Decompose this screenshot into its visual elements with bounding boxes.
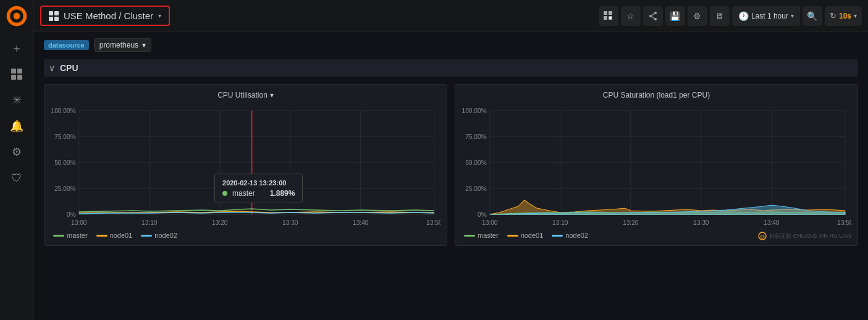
shield-icon[interactable]: 🛡 xyxy=(6,167,28,189)
svg-rect-9 xyxy=(11,75,16,80)
svg-line-21 xyxy=(652,17,654,19)
svg-text:0%: 0% xyxy=(67,211,76,218)
dashboard-icon[interactable] xyxy=(6,63,28,85)
cpu-section-title: CPU xyxy=(60,63,78,73)
cpu-saturation-chart: 100.00% 75.00% 50.00% 25.00% 0% 13:00 13… xyxy=(461,104,851,228)
title-caret: ▾ xyxy=(158,12,161,19)
legend-node01: node01 xyxy=(96,232,133,239)
refresh-button[interactable]: ↻ 10s ▾ xyxy=(825,6,862,26)
sat-legend-node02-color xyxy=(552,235,563,237)
sat-legend-node01-color xyxy=(507,235,518,237)
svg-text:100.00%: 100.00% xyxy=(51,107,76,114)
svg-text:75.00%: 75.00% xyxy=(465,133,487,140)
sat-legend-master-color xyxy=(464,235,475,237)
add-icon[interactable]: ＋ xyxy=(6,37,28,59)
explore-icon[interactable]: ✳ xyxy=(6,89,28,111)
refresh-caret: ▾ xyxy=(854,12,857,19)
svg-rect-10 xyxy=(17,75,22,80)
svg-rect-13 xyxy=(604,16,607,20)
time-range-picker[interactable]: 🕐 Last 1 hour ▾ xyxy=(732,6,800,26)
utilisation-title-caret[interactable]: ▾ xyxy=(270,91,274,99)
sat-legend-master-label: master xyxy=(478,232,499,239)
svg-text:75.00%: 75.00% xyxy=(54,133,76,140)
sat-legend-node02: node02 xyxy=(552,232,588,239)
saturation-svg: 100.00% 75.00% 50.00% 25.00% 0% 13:00 13… xyxy=(461,104,851,228)
tv-mode-button[interactable]: 🖥 xyxy=(710,6,730,26)
add-panel-button[interactable] xyxy=(599,6,618,26)
svg-text:13:10: 13:10 xyxy=(141,219,158,226)
cpu-saturation-title: CPU Saturation (load1 per CPU) xyxy=(461,91,851,99)
main-content: USE Method / Cluster ▾ ☆ xyxy=(34,0,868,320)
svg-text:13:50: 13:50 xyxy=(426,219,440,226)
svg-point-19 xyxy=(654,18,657,20)
cpu-utilisation-panel: CPU Utilisation ▾ xyxy=(44,84,447,246)
clock-icon: 🕐 xyxy=(738,11,749,21)
svg-text:0%: 0% xyxy=(478,211,487,218)
dashboard-title: USE Method / Cluster xyxy=(64,11,153,21)
watermark-text: 创新互联 CHUANG XIN HU LIAN xyxy=(769,232,851,240)
svg-text:13:20: 13:20 xyxy=(623,219,639,226)
cpu-utilisation-title: CPU Utilisation ▾ xyxy=(51,91,440,99)
svg-text:13:10: 13:10 xyxy=(552,219,568,226)
legend-node02-label: node02 xyxy=(154,232,177,239)
refresh-interval: 10s xyxy=(839,12,851,20)
svg-text:13:00: 13:00 xyxy=(71,219,87,226)
datasource-row: datasource prometheus ▾ xyxy=(44,38,858,52)
datasource-selector[interactable]: prometheus ▾ xyxy=(94,38,151,52)
datasource-value: prometheus xyxy=(99,41,138,49)
datasource-label: datasource xyxy=(44,40,89,50)
svg-text:25.00%: 25.00% xyxy=(465,185,487,192)
svg-text:13:20: 13:20 xyxy=(212,219,228,226)
topbar-actions: ☆ 💾 ⚙ 🖥 🕐 Last 1 hour ▾ 🔍 xyxy=(599,6,862,26)
svg-point-18 xyxy=(649,15,652,17)
sat-legend-node01-label: node01 xyxy=(521,232,544,239)
legend-node02: node02 xyxy=(141,232,177,239)
grafana-logo[interactable] xyxy=(6,5,28,27)
utilisation-legend: master node01 node02 xyxy=(51,232,440,239)
svg-text:13:00: 13:00 xyxy=(482,219,498,226)
svg-text:100.00%: 100.00% xyxy=(462,107,487,114)
svg-point-2 xyxy=(14,13,20,20)
zoom-button[interactable]: 🔍 xyxy=(803,6,822,26)
legend-node02-color xyxy=(141,235,152,237)
charts-grid: CPU Utilisation ▾ xyxy=(44,84,858,246)
svg-text:13:40: 13:40 xyxy=(764,219,780,226)
sidebar: ＋ ✳ 🔔 ⚙ 🛡 xyxy=(0,0,34,320)
content-area: datasource prometheus ▾ ∨ CPU CPU Utilis… xyxy=(34,32,868,320)
utilisation-svg: 100.00% 75.00% 50.00% 25.00% 0% 13:00 13… xyxy=(51,104,440,228)
cpu-section-header[interactable]: ∨ CPU xyxy=(44,59,858,77)
watermark: 创 创新互联 CHUANG XIN HU LIAN xyxy=(758,232,851,240)
svg-text:50.00%: 50.00% xyxy=(54,159,76,166)
cpu-utilisation-chart: 100.00% 75.00% 50.00% 25.00% 0% 13:00 13… xyxy=(51,104,440,228)
legend-master: master xyxy=(53,232,88,239)
settings-button[interactable]: ⚙ xyxy=(688,6,707,26)
sat-legend-node01: node01 xyxy=(507,232,544,239)
svg-text:50.00%: 50.00% xyxy=(465,159,487,166)
legend-master-color xyxy=(53,235,64,237)
legend-node01-label: node01 xyxy=(110,232,133,239)
cpu-saturation-panel: CPU Saturation (load1 per CPU) xyxy=(455,84,858,246)
sat-legend-node02-label: node02 xyxy=(565,232,588,239)
settings-icon[interactable]: ⚙ xyxy=(6,141,28,163)
svg-text:13:40: 13:40 xyxy=(353,219,369,226)
svg-rect-11 xyxy=(604,11,607,15)
legend-node01-color xyxy=(96,235,107,237)
svg-rect-7 xyxy=(11,69,16,74)
svg-rect-12 xyxy=(609,11,612,15)
svg-text:13:30: 13:30 xyxy=(693,219,709,226)
star-button[interactable]: ☆ xyxy=(621,6,641,26)
save-button[interactable]: 💾 xyxy=(665,6,685,26)
share-button[interactable] xyxy=(643,6,663,26)
topbar: USE Method / Cluster ▾ ☆ xyxy=(34,0,868,32)
sat-legend-master: master xyxy=(464,232,499,239)
refresh-icon: ↻ xyxy=(830,11,836,20)
svg-text:25.00%: 25.00% xyxy=(54,185,76,192)
legend-master-label: master xyxy=(67,232,88,239)
time-range-label: Last 1 hour xyxy=(751,12,788,20)
alert-icon[interactable]: 🔔 xyxy=(6,115,28,137)
time-caret: ▾ xyxy=(791,12,794,19)
datasource-caret: ▾ xyxy=(142,41,146,49)
saturation-legend: master node01 node02 创 xyxy=(461,232,851,239)
svg-point-17 xyxy=(654,12,657,14)
dashboard-title-button[interactable]: USE Method / Cluster ▾ xyxy=(40,6,170,26)
